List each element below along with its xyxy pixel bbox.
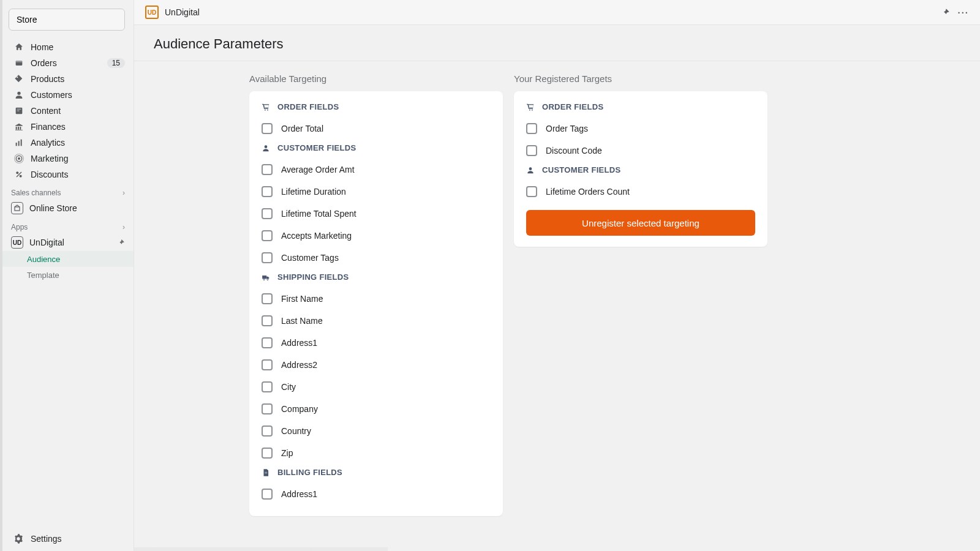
- sidebar-item-settings[interactable]: Settings: [0, 527, 134, 551]
- apps-header[interactable]: Apps ›: [0, 217, 134, 234]
- checkbox[interactable]: [262, 489, 273, 500]
- svg-point-20: [263, 279, 265, 280]
- more-icon[interactable]: ···: [957, 7, 969, 18]
- target-label: Zip: [281, 448, 293, 458]
- checkbox[interactable]: [526, 186, 537, 197]
- target-row[interactable]: Zip: [262, 442, 491, 464]
- sidebar-item-home[interactable]: Home: [0, 39, 134, 55]
- sidebar-item-products[interactable]: Products: [0, 71, 134, 87]
- target-label: Address1: [281, 338, 317, 348]
- svg-point-24: [529, 109, 530, 110]
- target-row[interactable]: Lifetime Duration: [262, 181, 491, 203]
- sidebar-item-analytics[interactable]: Analytics: [0, 135, 134, 151]
- target-row[interactable]: Address2: [262, 354, 491, 376]
- checkbox[interactable]: [262, 381, 273, 392]
- sidebar-item-label: Finances: [31, 122, 125, 132]
- sidebar-item-online-store[interactable]: Online Store: [0, 200, 134, 217]
- target-row[interactable]: Country: [262, 420, 491, 442]
- group-label: ORDER FIELDS: [542, 102, 603, 111]
- store-selector[interactable]: Store: [9, 9, 125, 31]
- svg-point-14: [20, 175, 22, 178]
- target-label: Address2: [281, 360, 317, 370]
- group-header: CUSTOMER FIELDS: [262, 143, 491, 152]
- unregister-button[interactable]: Unregister selected targeting: [526, 210, 755, 236]
- target-row[interactable]: Order Tags: [526, 118, 755, 140]
- target-row[interactable]: Last Name: [262, 310, 491, 332]
- sidebar-item-orders[interactable]: Orders 15: [0, 55, 134, 71]
- content-icon: [13, 105, 24, 116]
- pin-icon[interactable]: [941, 8, 950, 17]
- checkbox[interactable]: [262, 337, 273, 348]
- pin-icon[interactable]: [117, 239, 125, 247]
- group-header: ORDER FIELDS: [262, 102, 491, 111]
- sidebar-item-label: Marketing: [31, 154, 125, 163]
- checkbox[interactable]: [262, 425, 273, 437]
- store-icon: [11, 202, 23, 214]
- checkbox[interactable]: [262, 448, 273, 459]
- svg-point-18: [265, 145, 268, 148]
- checkbox[interactable]: [262, 293, 273, 304]
- svg-point-10: [18, 157, 20, 160]
- target-label: Order Tags: [546, 124, 588, 133]
- sidebar-app-undigital[interactable]: UD UnDigital: [0, 234, 134, 251]
- analytics-icon: [13, 137, 24, 148]
- svg-point-26: [529, 167, 532, 170]
- sidebar-item-label: Content: [31, 106, 125, 116]
- target-row[interactable]: Discount Code: [526, 140, 755, 162]
- sidebar-item-label: Orders: [31, 58, 107, 68]
- subnav-item-audience[interactable]: Audience: [0, 251, 134, 267]
- svg-point-17: [267, 109, 268, 110]
- target-label: Company: [281, 404, 318, 414]
- target-row[interactable]: Lifetime Total Spent: [262, 203, 491, 225]
- group-header: BILLING FIELDS: [262, 468, 491, 477]
- gear-icon: [13, 534, 24, 544]
- svg-point-25: [532, 109, 533, 110]
- sidebar-item-customers[interactable]: Customers: [0, 87, 134, 103]
- svg-point-2: [17, 77, 18, 78]
- checkbox[interactable]: [262, 123, 273, 134]
- sales-channels-header[interactable]: Sales channels ›: [0, 182, 134, 200]
- sidebar-item-marketing[interactable]: Marketing: [0, 151, 134, 167]
- target-row[interactable]: Accepts Marketing: [262, 225, 491, 247]
- target-row[interactable]: Customer Tags: [262, 247, 491, 269]
- person-icon: [526, 166, 537, 174]
- svg-rect-8: [18, 141, 20, 146]
- undigital-app-icon: UD: [11, 236, 23, 249]
- svg-rect-19: [262, 276, 266, 279]
- truck-icon: [262, 273, 273, 282]
- checkbox[interactable]: [262, 403, 273, 414]
- target-row[interactable]: Company: [262, 398, 491, 420]
- cart-icon: [262, 103, 273, 111]
- target-row[interactable]: Lifetime Orders Count: [526, 181, 755, 203]
- checkbox[interactable]: [526, 123, 537, 134]
- checkbox[interactable]: [262, 359, 273, 370]
- sidebar-item-discounts[interactable]: Discounts: [0, 167, 134, 182]
- undigital-brand-icon: UD: [145, 6, 159, 19]
- target-row[interactable]: Order Total: [262, 118, 491, 140]
- checkbox[interactable]: [262, 208, 273, 219]
- subnav-item-template[interactable]: Template: [0, 267, 134, 283]
- content: Available Targeting ORDER FIELDSOrder To…: [134, 61, 980, 551]
- svg-rect-7: [16, 143, 17, 146]
- group-label: ORDER FIELDS: [277, 102, 339, 111]
- sidebar-item-content[interactable]: Content: [0, 103, 134, 119]
- main-area: UD UnDigital ··· Audience Parameters Ava…: [134, 0, 980, 551]
- checkbox[interactable]: [262, 315, 273, 326]
- sidebar-item-finances[interactable]: Finances: [0, 119, 134, 135]
- target-row[interactable]: First Name: [262, 288, 491, 310]
- target-row[interactable]: City: [262, 376, 491, 398]
- target-row[interactable]: Average Order Amt: [262, 159, 491, 181]
- checkbox[interactable]: [526, 145, 537, 156]
- target-row[interactable]: Address1: [262, 483, 491, 505]
- checkbox[interactable]: [262, 164, 273, 175]
- target-row[interactable]: Address1: [262, 332, 491, 354]
- sales-channels-label: Sales channels: [11, 189, 61, 197]
- target-label: First Name: [281, 294, 323, 304]
- page-title: Audience Parameters: [154, 36, 960, 52]
- checkbox[interactable]: [262, 186, 273, 197]
- svg-point-3: [17, 92, 20, 95]
- checkbox[interactable]: [262, 252, 273, 263]
- topbar: UD UnDigital ···: [134, 0, 980, 25]
- svg-point-16: [265, 109, 266, 110]
- checkbox[interactable]: [262, 230, 273, 241]
